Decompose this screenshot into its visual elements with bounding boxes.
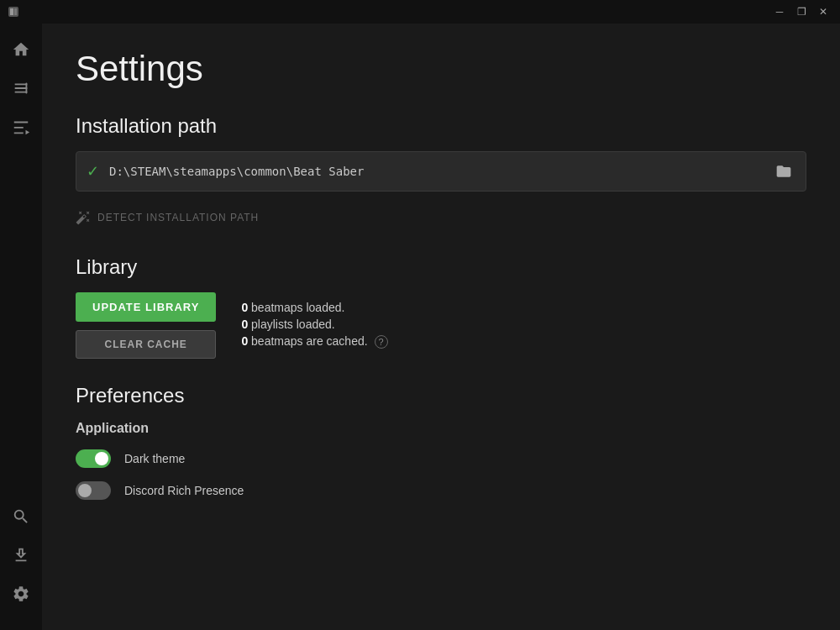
- beatmaps-loaded-count: 0: [241, 301, 248, 314]
- settings-icon: [12, 585, 30, 603]
- songs-icon: [12, 79, 30, 97]
- dark-theme-toggle[interactable]: [76, 449, 111, 468]
- installation-path-box: ✓ D:\STEAM\steamapps\common\Beat Saber: [76, 151, 806, 192]
- discord-row: Discord Rich Presence: [76, 481, 806, 500]
- browse-folder-button[interactable]: [772, 160, 795, 183]
- sidebar-item-download[interactable]: [5, 539, 37, 571]
- library-actions: UPDATE LIBRARY CLEAR CACHE 0 beatmaps lo…: [76, 292, 806, 359]
- folder-icon: [775, 163, 792, 180]
- sidebar-item-songs[interactable]: [5, 72, 37, 104]
- auto-detect-icon: [76, 210, 91, 225]
- library-title: Library: [76, 255, 806, 279]
- svg-rect-1: [10, 8, 13, 15]
- beatmaps-cached-stat: 0 beatmaps are cached. ?: [241, 334, 387, 349]
- minimize-button[interactable]: ─: [769, 3, 790, 20]
- main-content: Settings Installation path ✓ D:\STEAM\st…: [42, 24, 840, 630]
- playlists-icon: [12, 118, 30, 136]
- home-icon: [12, 40, 30, 59]
- installation-path-value: D:\STEAM\steamapps\common\Beat Saber: [109, 165, 772, 178]
- restore-button[interactable]: ❐: [791, 3, 811, 20]
- update-library-button[interactable]: UPDATE LIBRARY: [76, 292, 216, 322]
- detect-installation-label: DETECT INSTALLATION PATH: [97, 212, 259, 223]
- sidebar-bottom: [5, 501, 37, 620]
- clear-cache-button[interactable]: CLEAR CACHE: [76, 330, 216, 359]
- playlists-loaded-stat: 0 playlists loaded.: [241, 318, 387, 331]
- application-subsection-title: Application: [76, 421, 806, 436]
- library-stats: 0 beatmaps loaded. 0 playlists loaded. 0…: [241, 292, 387, 349]
- sidebar-item-playlists[interactable]: [5, 111, 37, 143]
- app-body: Settings Installation path ✓ D:\STEAM\st…: [0, 24, 840, 630]
- sidebar: [0, 24, 42, 630]
- beatmaps-cached-text: beatmaps are cached.: [251, 334, 368, 348]
- cached-help-icon[interactable]: ?: [375, 335, 388, 349]
- installation-path-title: Installation path: [76, 114, 806, 138]
- playlists-loaded-count: 0: [241, 318, 248, 331]
- window-controls: ─ ❐ ✕: [769, 3, 833, 20]
- app-logo: [7, 5, 20, 18]
- sidebar-item-home[interactable]: [5, 34, 37, 66]
- beatmaps-cached-count: 0: [241, 334, 248, 348]
- library-buttons: UPDATE LIBRARY CLEAR CACHE: [76, 292, 216, 359]
- discord-label: Discord Rich Presence: [124, 484, 244, 497]
- svg-rect-2: [14, 8, 17, 15]
- discord-slider: [76, 481, 111, 500]
- sidebar-item-settings[interactable]: [5, 578, 37, 610]
- dark-theme-slider: [76, 449, 111, 468]
- sidebar-item-search[interactable]: [5, 501, 37, 533]
- svg-rect-3: [26, 83, 28, 94]
- beatmaps-loaded-stat: 0 beatmaps loaded.: [241, 301, 387, 314]
- download-icon: [12, 546, 30, 564]
- logo-icon: [7, 5, 20, 18]
- path-valid-icon: ✓: [87, 162, 99, 181]
- dark-theme-label: Dark theme: [124, 452, 185, 465]
- preferences-section: Application Dark theme Discord Rich Pres…: [76, 421, 806, 500]
- search-icon: [12, 507, 30, 526]
- page-title: Settings: [76, 49, 806, 89]
- discord-toggle[interactable]: [76, 481, 111, 500]
- close-button[interactable]: ✕: [813, 3, 833, 20]
- dark-theme-row: Dark theme: [76, 449, 806, 468]
- title-bar: ─ ❐ ✕: [0, 0, 840, 24]
- detect-installation-button[interactable]: DETECT INSTALLATION PATH: [76, 205, 259, 230]
- preferences-title: Preferences: [76, 384, 806, 407]
- beatmaps-loaded-text: beatmaps loaded.: [251, 301, 344, 314]
- playlists-loaded-text: playlists loaded.: [251, 318, 335, 331]
